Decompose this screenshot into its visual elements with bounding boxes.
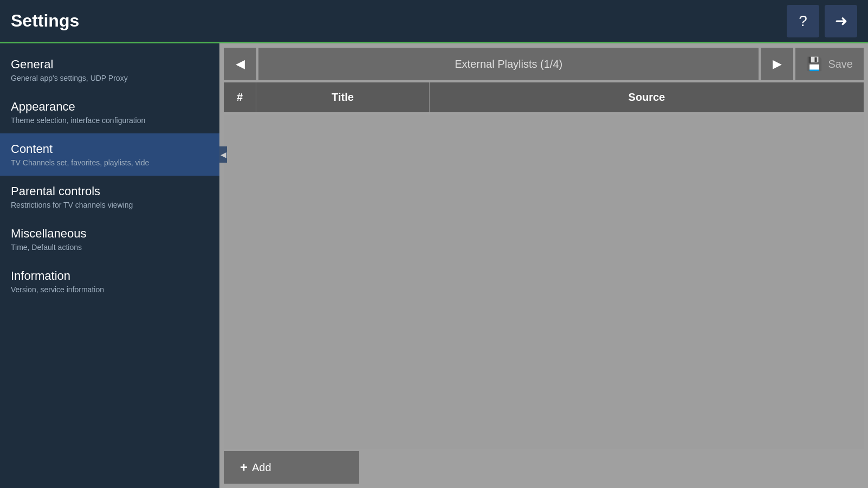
arrow-left-icon: ◀	[236, 57, 245, 71]
add-label: Add	[252, 461, 271, 474]
sidebar-item-general[interactable]: General General app's settings, UDP Prox…	[0, 49, 219, 91]
help-icon: ?	[799, 12, 807, 30]
save-label: Save	[828, 58, 853, 70]
header: Settings ? ➜	[0, 0, 868, 43]
col-source-header: Source	[430, 82, 864, 112]
sidebar-item-appearance[interactable]: Appearance Theme selection, interface co…	[0, 91, 219, 133]
sidebar: General General app's settings, UDP Prox…	[0, 43, 219, 488]
table-header: # Title Source	[224, 82, 864, 112]
forward-icon: ➜	[835, 12, 847, 30]
arrow-right-icon: ▶	[773, 57, 782, 71]
sidebar-item-information[interactable]: Information Version, service information	[0, 260, 219, 303]
add-button[interactable]: + Add	[224, 451, 359, 484]
save-disk-icon: 💾	[806, 56, 822, 72]
next-button[interactable]: ▶	[761, 48, 793, 80]
help-button[interactable]: ?	[787, 5, 819, 37]
col-num-header: #	[224, 82, 256, 112]
col-title-header: Title	[256, 82, 430, 112]
main-area: General General app's settings, UDP Prox…	[0, 43, 868, 488]
sidebar-item-miscellaneous[interactable]: Miscellaneous Time, Default actions	[0, 218, 219, 260]
sidebar-item-content[interactable]: Content TV Channels set, favorites, play…	[0, 133, 219, 176]
playlist-title: External Playlists (1/4)	[258, 48, 759, 80]
content-panel: ◀ External Playlists (1/4) ▶ 💾 Save # Ti…	[219, 43, 868, 488]
forward-button[interactable]: ➜	[825, 5, 857, 37]
header-actions: ? ➜	[787, 5, 857, 37]
bottom-toolbar: + Add	[224, 451, 864, 484]
collapse-arrow-icon: ◀	[219, 146, 227, 163]
save-button[interactable]: 💾 Save	[795, 48, 864, 80]
table-body	[224, 114, 864, 449]
prev-button[interactable]: ◀	[224, 48, 256, 80]
sidebar-item-parental[interactable]: Parental controls Restrictions for TV ch…	[0, 176, 219, 218]
plus-icon: +	[240, 460, 248, 475]
page-title: Settings	[11, 11, 79, 31]
content-toolbar: ◀ External Playlists (1/4) ▶ 💾 Save	[224, 48, 864, 80]
